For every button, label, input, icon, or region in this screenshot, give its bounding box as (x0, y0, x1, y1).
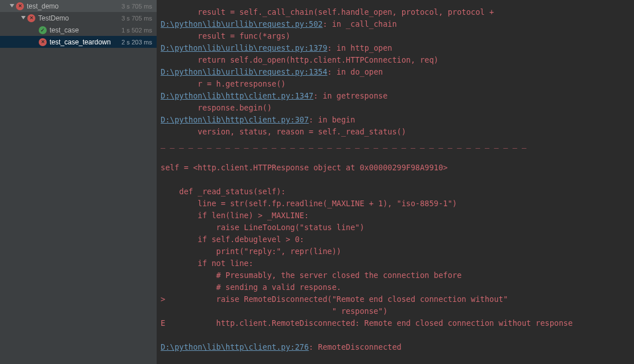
tree-item-duration: 1 s 502 ms (121, 27, 152, 34)
traceback-context: : in begin (309, 115, 355, 124)
console-line: result = self._call_chain(self.handle_op… (161, 7, 494, 17)
console-line: raise LineTooLong("status line") (161, 223, 365, 232)
test-tree[interactable]: test_demo3 s 705 msTestDemo3 s 705 mstes… (0, 0, 157, 48)
traceback-file-link[interactable]: D:\python\lib\http\client.py:1347 (161, 91, 313, 100)
console-line: self = <http.client.HTTPResponse object … (161, 163, 448, 172)
tree-item-label: test_demo (27, 2, 118, 10)
console-line: line = str(self.fp.readline(_MAXLINE + 1… (161, 199, 457, 208)
console-line: _ _ _ _ _ _ _ _ _ _ _ _ _ _ _ _ _ _ _ _ … (161, 139, 526, 148)
tree-item-duration: 3 s 705 ms (121, 15, 152, 22)
traceback-context: : in http_open (328, 43, 392, 52)
console-output: D:\python\lib\urllib\request.py:542: in … (161, 0, 631, 353)
console-line: # sending a valid response. (161, 283, 341, 292)
tree-row-TestDemo[interactable]: TestDemo3 s 705 ms (0, 12, 157, 24)
traceback-context: : RemoteDisconnected (309, 342, 402, 351)
fail-icon (39, 38, 47, 46)
console-line: response.begin() (161, 103, 272, 112)
tree-item-label: test_case (50, 26, 118, 34)
console-line: # Presumably, the server closed the conn… (161, 271, 461, 280)
console-line: E http.client.RemoteDisconnected: Remote… (161, 318, 572, 328)
traceback-file-link[interactable]: D:\python\lib\urllib\request.py:502 (161, 19, 322, 28)
console-line: def _read_status(self): (161, 187, 285, 196)
pass-icon (39, 26, 47, 34)
console-line: version, status, reason = self._read_sta… (161, 127, 406, 136)
expand-arrow-icon[interactable] (9, 4, 15, 9)
tree-row-test-demo[interactable]: test_demo3 s 705 ms (0, 0, 157, 12)
tree-row-test-case[interactable]: test_case1 s 502 ms (0, 24, 157, 36)
tree-row-test-case-teardown[interactable]: test_case_teardown2 s 203 ms (0, 36, 157, 48)
traceback-file-link[interactable]: D:\python\lib\urllib\request.py:1379 (161, 43, 328, 52)
traceback-file-link[interactable]: D:\python\lib\urllib\request.py:1354 (161, 67, 328, 76)
console-line: if self.debuglevel > 0: (161, 235, 304, 244)
console-line: return self.do_open(http.client.HTTPConn… (161, 55, 439, 64)
console-panel[interactable]: D:\python\lib\urllib\request.py:542: in … (157, 0, 634, 364)
console-line: > raise RemoteDisconnected("Remote end c… (161, 295, 508, 304)
console-line: if len(line) > _MAXLINE: (161, 211, 309, 220)
fail-icon (27, 14, 35, 22)
fail-icon (16, 2, 24, 10)
console-line: r = h.getresponse() (161, 79, 285, 88)
traceback-file-link[interactable]: D:\python\lib\http\client.py:307 (161, 115, 309, 124)
tree-item-duration: 2 s 203 ms (121, 39, 152, 46)
console-line: " response") (161, 306, 387, 316)
traceback-context: : in do_open (328, 67, 383, 76)
traceback-context: : in _call_chain (322, 19, 396, 28)
tree-item-label: TestDemo (38, 14, 118, 22)
tree-item-duration: 3 s 705 ms (121, 3, 152, 10)
test-tree-panel: test_demo3 s 705 msTestDemo3 s 705 mstes… (0, 0, 157, 364)
traceback-context: : in getresponse (313, 91, 387, 100)
console-line: print("reply:", repr(line)) (161, 247, 341, 256)
console-line: if not line: (161, 259, 253, 268)
tree-item-label: test_case_teardown (50, 38, 118, 46)
expand-arrow-icon[interactable] (21, 16, 26, 21)
traceback-file-link[interactable]: D:\python\lib\http\client.py:276 (161, 342, 309, 351)
console-line: result = func(*args) (161, 31, 291, 40)
